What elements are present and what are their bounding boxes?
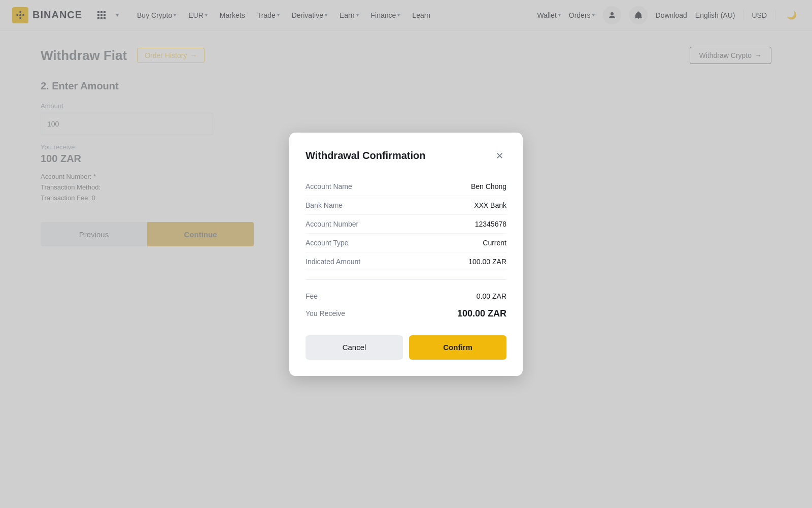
modal-title: Withdrawal Confirmation <box>306 150 425 162</box>
modal-value-indicated-amount: 100.00 ZAR <box>468 258 506 266</box>
modal-overlay[interactable]: Withdrawal Confirmation ✕ Account Name B… <box>0 0 812 508</box>
modal-label-indicated-amount: Indicated Amount <box>306 258 360 266</box>
modal-value-account-name: Ben Chong <box>471 182 506 190</box>
modal-divider <box>306 279 506 280</box>
modal-value-account-number: 12345678 <box>475 220 506 228</box>
modal-row-account-number: Account Number 12345678 <box>306 215 506 234</box>
modal-value-account-type: Current <box>483 239 506 247</box>
modal-row-indicated-amount: Indicated Amount 100.00 ZAR <box>306 252 506 271</box>
modal-row-bank-name: Bank Name XXX Bank <box>306 196 506 215</box>
modal-receive-label: You Receive <box>306 309 345 318</box>
modal-buttons: Cancel Confirm <box>306 335 506 360</box>
modal-row-account-type: Account Type Current <box>306 234 506 252</box>
modal-fee-label: Fee <box>306 292 318 300</box>
modal-receive-value: 100.00 ZAR <box>457 308 506 319</box>
modal-header: Withdrawal Confirmation ✕ <box>306 149 506 163</box>
modal-label-account-type: Account Type <box>306 239 349 247</box>
modal-receive-row: You Receive 100.00 ZAR <box>306 304 506 323</box>
modal-value-bank-name: XXX Bank <box>474 201 506 209</box>
modal-fee-row: Fee 0.00 ZAR <box>306 288 506 304</box>
modal-fee-value: 0.00 ZAR <box>477 292 506 300</box>
cancel-button[interactable]: Cancel <box>306 335 403 360</box>
modal-label-bank-name: Bank Name <box>306 201 343 209</box>
confirm-button[interactable]: Confirm <box>409 335 506 360</box>
modal-label-account-number: Account Number <box>306 220 358 228</box>
modal-row-account-name: Account Name Ben Chong <box>306 177 506 196</box>
modal-close-button[interactable]: ✕ <box>492 149 506 163</box>
modal-label-account-name: Account Name <box>306 182 352 190</box>
withdrawal-confirmation-modal: Withdrawal Confirmation ✕ Account Name B… <box>289 133 523 376</box>
